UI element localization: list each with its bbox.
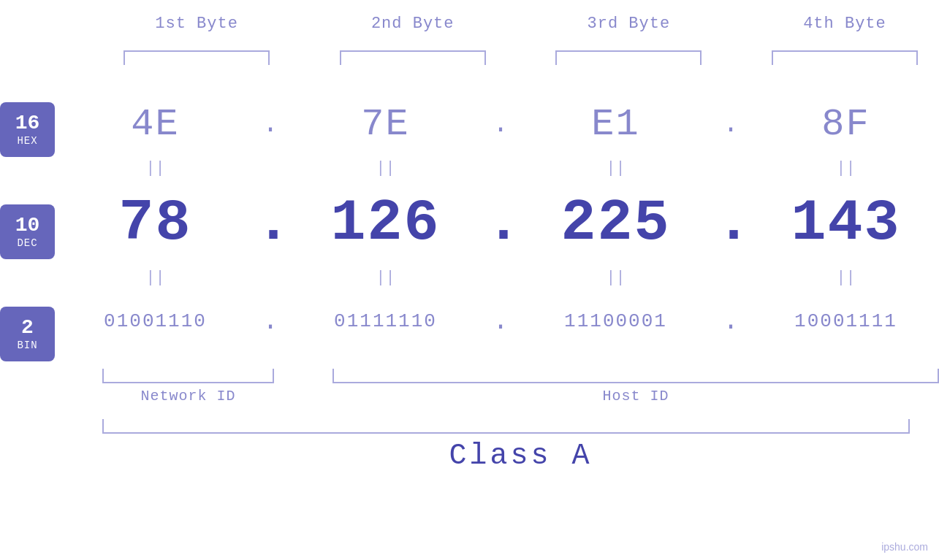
hex-val-2: 7E xyxy=(361,103,409,146)
host-bracket xyxy=(332,369,939,383)
eq2-1: || xyxy=(55,263,256,292)
dec-dot-3: . xyxy=(716,190,745,256)
bin-dot-3: . xyxy=(716,307,745,337)
bin-val-4: 10001111 xyxy=(794,310,897,332)
dec-badge-number: 10 xyxy=(15,215,40,237)
eq2-3: || xyxy=(515,263,716,292)
dec-dot-1: . xyxy=(256,190,285,256)
dec-val-1: 78 xyxy=(118,190,191,256)
values-grid: 4E . 7E . E1 . 8F || || || || 78 xyxy=(55,95,939,350)
top-brackets-row: . . . xyxy=(0,50,939,80)
hex-val-4: 8F xyxy=(821,103,870,146)
byte-label-4: 4th Byte xyxy=(750,15,939,45)
bin-dot-2: . xyxy=(486,307,515,337)
top-bracket-4 xyxy=(772,50,918,65)
dec-dot-2: . xyxy=(486,190,515,256)
bin-dot-1: . xyxy=(256,307,285,337)
dec-val-4: 143 xyxy=(791,190,900,256)
hex-dot-3: . xyxy=(716,110,745,139)
class-bracket-row xyxy=(102,419,939,434)
bin-val-3: 11100001 xyxy=(564,310,667,332)
dec-val-3: 225 xyxy=(560,190,670,256)
hex-dot-2: . xyxy=(486,110,515,139)
hex-dot-1: . xyxy=(256,110,285,139)
class-label: Class A xyxy=(449,440,592,472)
id-brackets-row xyxy=(102,369,939,383)
hex-row: 4E . 7E . E1 . 8F xyxy=(55,95,939,153)
bin-badge-number: 2 xyxy=(21,317,34,340)
equals-row-2: || || || || xyxy=(55,263,939,292)
eq2-4: || xyxy=(745,263,939,292)
eq1-1: || xyxy=(55,153,256,183)
class-label-row: Class A xyxy=(102,440,939,472)
byte-labels-row: 1st Byte . 2nd Byte . 3rd Byte . 4th Byt… xyxy=(0,15,939,45)
dec-row: 78 . 126 . 225 . 143 xyxy=(55,183,939,263)
bin-badge-label: BIN xyxy=(17,340,37,351)
top-bracket-1 xyxy=(123,50,270,65)
eq1-3: || xyxy=(515,153,716,183)
hex-badge-label: HEX xyxy=(17,135,37,147)
bin-badge: 2 BIN xyxy=(0,307,55,361)
bin-val-1: 01001110 xyxy=(104,310,207,332)
bottom-section: Network ID Host ID Class A xyxy=(0,369,939,472)
hex-badge: 16 HEX xyxy=(0,102,55,157)
hex-val-3: E1 xyxy=(591,103,639,146)
main-container: 1st Byte . 2nd Byte . 3rd Byte . 4th Byt… xyxy=(0,0,939,560)
equals-row-1: || || || || xyxy=(55,153,939,183)
watermark: ipshu.com xyxy=(881,541,928,553)
eq1-4: || xyxy=(745,153,939,183)
main-area: 16 HEX 10 DEC 2 BIN 4E . 7E . E1 . 8F xyxy=(0,95,939,361)
top-bracket-3 xyxy=(555,50,702,65)
dec-val-2: 126 xyxy=(330,190,440,256)
bin-row: 01001110 . 01111110 . 11100001 . 1000111… xyxy=(55,292,939,350)
eq2-2: || xyxy=(285,263,486,292)
bin-val-2: 01111110 xyxy=(334,310,437,332)
badges-column: 16 HEX 10 DEC 2 BIN xyxy=(0,95,55,361)
byte-label-1: 1st Byte xyxy=(102,15,291,45)
host-id-label: Host ID xyxy=(332,388,939,404)
byte-label-2: 2nd Byte xyxy=(319,15,507,45)
eq1-2: || xyxy=(285,153,486,183)
class-bracket xyxy=(102,419,910,434)
network-bracket xyxy=(102,369,274,383)
network-id-label: Network ID xyxy=(102,388,274,404)
hex-val-1: 4E xyxy=(131,103,179,146)
byte-label-3: 3rd Byte xyxy=(534,15,723,45)
dec-badge: 10 DEC xyxy=(0,204,55,259)
top-bracket-2 xyxy=(340,50,486,65)
id-labels-row: Network ID Host ID xyxy=(102,388,939,404)
hex-badge-number: 16 xyxy=(15,112,40,135)
dec-badge-label: DEC xyxy=(17,237,37,249)
